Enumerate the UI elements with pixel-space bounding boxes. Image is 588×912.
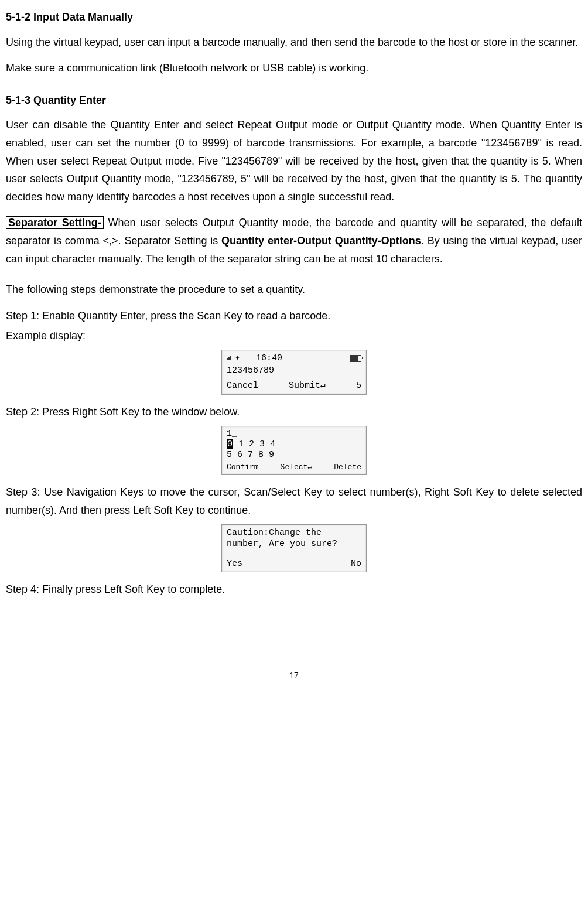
lcd2-right: Delete xyxy=(334,463,361,473)
lcd3-left: Yes xyxy=(227,558,242,570)
lcd2-mid: Select↵ xyxy=(281,463,313,473)
para-separator: Separator Setting- When user selects Out… xyxy=(6,214,582,268)
lcd2-highlighted-0: 0 xyxy=(227,439,233,449)
lcd-screen-1: ✦ 16:40 123456789 Cancel Submit↵ 5 xyxy=(221,350,367,395)
lcd3-right: No xyxy=(351,558,361,570)
heading-5-1-3: 5-1-3 Quantity Enter xyxy=(6,91,582,110)
lcd2-left: Confirm xyxy=(227,463,259,473)
heading-5-1-2: 5-1-2 Input Data Manually xyxy=(6,8,582,26)
lcd1-left: Cancel xyxy=(227,380,258,392)
bt-icon: ✦ xyxy=(235,353,240,363)
battery-icon xyxy=(350,355,361,362)
example-display-label: Example display: xyxy=(6,327,582,345)
lcd1-right: 5 xyxy=(356,380,361,392)
para-5-1-2-b: Make sure a communication link (Bluetoot… xyxy=(6,59,582,77)
signal-icon xyxy=(227,354,234,360)
step-2: Step 2: Press Right Soft Key to the wind… xyxy=(6,403,582,421)
page-number: 17 xyxy=(6,669,582,683)
lcd2-grid: 1_ 0 1 2 3 4 5 6 7 8 9 xyxy=(227,429,361,460)
lcd3-line2: number, Are you sure? xyxy=(227,538,361,550)
lcd-screen-3: Caution:Change the number, Are you sure?… xyxy=(221,524,367,573)
lcd1-time: 16:40 xyxy=(256,353,282,363)
step-4: Step 4: Finally press Left Soft Key to c… xyxy=(6,580,582,599)
step-3: Step 3: Use Navigation Keys to move the … xyxy=(6,483,582,519)
lcd-screen-2: 1_ 0 1 2 3 4 5 6 7 8 9 Confirm Select↵ D… xyxy=(221,426,367,476)
step-1: Step 1: Enable Quantity Enter, press the… xyxy=(6,307,582,325)
lcd1-body: 123456789 xyxy=(227,365,361,378)
para-5-1-2-a: Using the virtual keypad, user can input… xyxy=(6,33,582,52)
boxed-separator-setting: Separator Setting- xyxy=(6,216,104,229)
lcd1-mid: Submit↵ xyxy=(289,380,326,392)
lcd3-line1: Caution:Change the xyxy=(227,527,361,539)
lcd2-line2: 5 6 7 8 9 xyxy=(227,450,361,460)
sep-bold: Quantity enter-Output Quantity-Options xyxy=(221,235,421,247)
lcd2-line1-rest: 1 2 3 4 xyxy=(233,439,275,449)
para-5-1-3-a: User can disable the Quantity Enter and … xyxy=(6,116,582,206)
para-intro-steps: The following steps demonstrate the proc… xyxy=(6,281,582,299)
lcd2-line0: 1_ xyxy=(227,429,361,439)
